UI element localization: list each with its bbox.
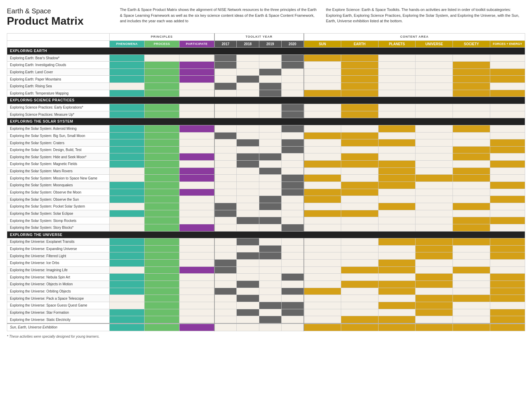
cell-content: x — [453, 90, 490, 97]
cell-content: x — [490, 316, 525, 323]
cell-content — [304, 68, 341, 76]
table-row: Exploring the Universe: Filtered Lightxx… — [7, 252, 525, 260]
cell-content: x — [453, 68, 490, 76]
row-label: Exploring Science Practices: Early Explo… — [7, 104, 110, 111]
cell-content: x — [453, 203, 490, 210]
cell-process: x — [145, 266, 180, 274]
cell-participate — [180, 90, 214, 97]
cell-year — [259, 146, 281, 153]
cell-year — [214, 238, 237, 246]
cell-content: x — [416, 175, 453, 182]
row-label: Exploring the Solar System: Moonquakes — [7, 182, 110, 189]
row-label: Exploring the Solar System: Big Sun, Sma… — [7, 132, 110, 139]
cell-content: x — [490, 238, 525, 246]
cell-content — [453, 161, 490, 168]
cell-year — [281, 68, 304, 76]
cell-content — [341, 245, 378, 252]
cell-participate — [180, 245, 214, 252]
row-label: Exploring the Universe: Orbiting Objects — [7, 288, 110, 295]
cell-phenomena: x — [110, 189, 145, 196]
cell-content — [416, 139, 453, 147]
cell-year — [237, 54, 259, 62]
group-header-row: EXPLORING EARTH — [7, 47, 525, 54]
th-earth: EARTH — [341, 40, 378, 47]
row-label: Exploring the Universe: Static Electrici… — [7, 316, 110, 323]
row-label: Exploring Earth: Bear's Shadow* — [7, 54, 110, 62]
cell-content — [416, 217, 453, 224]
table-row: Exploring Science Practices: Early Explo… — [7, 104, 525, 111]
cell-year: x — [237, 252, 259, 260]
cell-participate — [180, 111, 214, 118]
cell-process: x — [145, 132, 180, 139]
row-label: Exploring the Solar System: Mars Rovers — [7, 167, 110, 175]
cell-content — [490, 189, 525, 196]
cell-year: x — [281, 54, 304, 62]
cell-content — [378, 210, 416, 217]
cell-year: x — [214, 260, 237, 267]
cell-content — [304, 238, 341, 246]
cell-year — [259, 182, 281, 189]
row-label: Exploring the Universe: Expanding Univer… — [7, 245, 110, 252]
header-area: Earth & Space Product Matrix The Earth &… — [7, 7, 525, 27]
cell-participate — [180, 302, 214, 309]
cell-content: x — [341, 182, 378, 189]
cell-year — [214, 139, 237, 147]
cell-content: x — [304, 189, 341, 196]
cell-year: x — [214, 54, 237, 62]
cell-content: x — [490, 76, 525, 83]
cell-content — [378, 68, 416, 76]
cell-content — [416, 182, 453, 189]
cell-content — [453, 281, 490, 288]
cell-content — [304, 139, 341, 147]
cell-participate — [180, 104, 214, 111]
cell-content — [416, 316, 453, 323]
group-header-label: EXPLORING THE SOLAR SYSTEM — [7, 118, 525, 125]
title-line1: Earth & Space — [7, 7, 110, 15]
cell-year: x — [214, 132, 237, 139]
cell-content — [490, 260, 525, 267]
cell-content: x — [341, 111, 378, 118]
table-row: Exploring the Solar System: Magnetic Fie… — [7, 161, 525, 168]
cell-content — [416, 104, 453, 111]
cell-year — [214, 324, 237, 331]
cell-year: x — [259, 68, 281, 76]
cell-participate — [180, 252, 214, 260]
table-row: Exploring the Universe: Pack a Space Tel… — [7, 295, 525, 302]
cell-phenomena: x — [110, 132, 145, 139]
table-row: Exploring the Solar System: Story Blocks… — [7, 224, 525, 231]
cell-year: x — [259, 316, 281, 323]
cell-content — [304, 217, 341, 224]
cell-process: x — [145, 161, 180, 168]
cell-phenomena: x — [110, 62, 145, 69]
cell-phenomena: x — [110, 68, 145, 76]
cell-content: x — [453, 324, 490, 331]
th-forces: FORCES + ENERGY — [490, 40, 525, 47]
cell-participate: x — [180, 324, 214, 331]
cell-year — [259, 54, 281, 62]
cell-phenomena: x — [110, 182, 145, 189]
cell-participate — [180, 316, 214, 323]
cell-content: x — [378, 266, 416, 274]
cell-process: x — [145, 238, 180, 246]
cell-content: x — [416, 309, 453, 316]
cell-content — [453, 309, 490, 316]
cell-content: x — [378, 281, 416, 288]
table-row: Exploring the Solar System: Pocket Solar… — [7, 203, 525, 210]
th-2018: 2018 — [237, 40, 259, 47]
cell-year — [259, 288, 281, 295]
cell-content: x — [378, 182, 416, 189]
row-label: Exploring the Solar System: Solar Eclips… — [7, 210, 110, 217]
cell-year: x — [214, 210, 237, 217]
row-label: Exploring Earth: Rising Sea — [7, 83, 110, 90]
cell-content: x — [304, 324, 341, 331]
cell-content — [490, 175, 525, 182]
cell-content: x — [378, 260, 416, 267]
cell-content: x — [490, 324, 525, 331]
cell-year — [214, 68, 237, 76]
cell-content — [378, 245, 416, 252]
cell-process: x — [145, 302, 180, 309]
cell-content — [453, 245, 490, 252]
cell-content: x — [341, 153, 378, 161]
cell-year: x — [237, 153, 259, 161]
cell-content: x — [378, 316, 416, 323]
